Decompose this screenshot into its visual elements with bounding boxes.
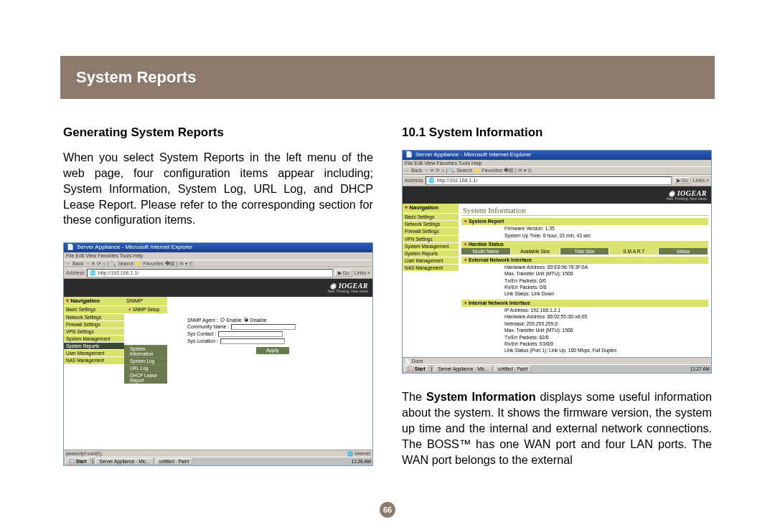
nav-basic[interactable]: Basic Settings (403, 213, 459, 220)
taskbar[interactable]: 🪟 Start | Server Appliance - Mic... unti… (64, 457, 372, 465)
sub-urllog[interactable]: URL Log (124, 364, 167, 371)
nav-sysreports[interactable]: System Reports (64, 342, 124, 349)
nav-nas[interactable]: NAS Management (64, 356, 124, 364)
location-row: Sys Location : (170, 338, 370, 345)
location-input[interactable] (220, 338, 285, 344)
nav-header: ▾ Navigation (403, 204, 459, 213)
section-hdstatus: ▾ Hardisk Status (461, 241, 708, 248)
apply-button[interactable]: Apply (256, 347, 289, 354)
section-ext: ▾ External Network Interface (461, 257, 708, 264)
contact-row: Sys Contact : (170, 331, 370, 338)
snmp-agent-row: SNMP Agent : Enable Disable (170, 317, 370, 323)
brand-bar: ◉ IOGEARNew Thinking, New Ideas (403, 186, 711, 204)
sub-syslog[interactable]: System Log (124, 357, 167, 364)
content-area: SNMP Agent : Enable Disable Community Na… (167, 297, 372, 450)
nav-network[interactable]: Network Settings (403, 220, 459, 227)
disable-radio[interactable] (244, 318, 248, 322)
browser-toolbar[interactable]: ← Back → ✕ ⟳ ⌂ | 🔍 Search ⭐ Favorites �媒… (403, 166, 711, 175)
right-column: 10.1 System Information 📄Server Applianc… (402, 125, 712, 467)
enable-radio[interactable] (220, 318, 225, 322)
section-sysreport: ▾ System Report (461, 218, 708, 225)
taskbar[interactable]: 🪟 Start | Server Appliance - Mic... unti… (403, 364, 711, 373)
brand-bar: ◉ IOGEARNew Thinking, New Ideas (64, 279, 372, 297)
status-bar: javascript:void(0);🌐 Internet (64, 450, 372, 457)
screenshot-left: 📄Server Appliance - Microsoft Internet E… (63, 242, 373, 466)
content-snmp-label: SNMP (124, 297, 167, 306)
address-bar[interactable]: Address 🌐http://192.168.1.1/ ▶ Go Links … (403, 175, 711, 186)
sub-sysinfo[interactable]: System Information (124, 345, 167, 357)
content-area: System Information ▾ System Report Firmw… (459, 204, 711, 357)
section-int: ▾ Internal Network Interface (461, 300, 708, 307)
left-heading: Generating System Reports (63, 125, 373, 140)
nav-vpn[interactable]: VPN Settings (403, 235, 459, 242)
nav-firewall[interactable]: Firewall Settings (403, 227, 459, 234)
community-row: Community Name : (170, 323, 370, 331)
nav-usermgmt[interactable]: User Management (403, 257, 459, 264)
task-item[interactable]: untitled - Paint (156, 458, 193, 465)
page-number: 66 (380, 502, 395, 518)
window-title: 📄Server Appliance - Microsoft Internet E… (64, 243, 372, 252)
sidebar: ▾ Navigation Basic Settings Network Sett… (403, 204, 459, 357)
sidebar: ▾ Navigation Basic Settings Network Sett… (64, 297, 124, 450)
left-paragraph: When you select System Reports in the le… (63, 150, 373, 228)
contact-input[interactable] (218, 331, 283, 337)
tray-clock: 11:27 AM (690, 366, 710, 371)
uptime-line: System Up Time: 0 hour, 33 min, 43 sec (461, 232, 708, 239)
sub-dhcp[interactable]: DHCP Lease Report (124, 371, 167, 384)
left-column: Generating System Reports When you selec… (63, 125, 373, 466)
screenshot-right: 📄Server Appliance - Microsoft Internet E… (402, 150, 712, 374)
status-bar: 📄 Done (403, 357, 711, 364)
nav-header: ▾ Navigation (64, 297, 124, 306)
right-paragraph: The System Information displays some use… (402, 389, 712, 467)
browser-toolbar[interactable]: ← Back → ✕ ⟳ ⌂ | 🔍 Search ⭐ Favorites �媒… (64, 260, 372, 268)
task-item[interactable]: Server Appliance - Mic... (95, 458, 153, 465)
address-bar[interactable]: Address 🌐http://192.168.1.1/ ▶ Go Links … (64, 267, 372, 279)
window-title: 📄Server Appliance - Microsoft Internet E… (403, 151, 711, 160)
nav-firewall[interactable]: Firewall Settings (64, 320, 124, 328)
hd-header-row: Model Name Available Size Total Size S.M… (461, 248, 708, 255)
window-menu[interactable]: File Edit View Favorites Tools Help (64, 252, 372, 260)
header-band: System Reports (60, 56, 715, 99)
go-button[interactable]: ▶ Go (674, 177, 691, 184)
links-button[interactable]: Links » (693, 178, 709, 184)
nav-sysmgmt[interactable]: System Management (403, 242, 459, 250)
nav-basic[interactable]: Basic Settings (64, 305, 124, 313)
nav-network[interactable]: Network Settings (64, 313, 124, 320)
links-button[interactable]: Links » (354, 270, 370, 276)
task-item[interactable]: untitled - Paint (494, 366, 532, 372)
nav-vpn[interactable]: VPN Settings (64, 328, 124, 335)
start-button[interactable]: 🪟 Start (404, 366, 429, 372)
nav-nas[interactable]: NAS Management (403, 264, 459, 271)
community-input[interactable] (231, 324, 296, 330)
address-input[interactable]: 🌐http://192.168.1.1/ (87, 269, 333, 277)
nav-sysreports[interactable]: System Reports (403, 250, 459, 257)
nav-usermgmt[interactable]: User Management (64, 349, 124, 356)
go-button[interactable]: ▶ Go (335, 270, 352, 277)
page-title: System Information (461, 204, 708, 216)
start-button[interactable]: 🪟 Start (65, 458, 90, 465)
right-heading: 10.1 System Information (402, 125, 712, 140)
tray-clock: 11:26 AM (352, 459, 371, 464)
task-item[interactable]: Server Appliance - Mic... (434, 366, 492, 372)
firmware-line: Firmware Version: 1.35 (461, 225, 708, 232)
nav-sysmgmt[interactable]: System Management (64, 335, 124, 342)
header-title: System Reports (76, 68, 197, 87)
window-menu[interactable]: File Edit View Favorites Tools Help (403, 160, 711, 167)
address-input[interactable]: 🌐http://192.168.1.1/ (426, 176, 672, 185)
snmp-setup: ▾ SNMP Setup (124, 305, 167, 313)
